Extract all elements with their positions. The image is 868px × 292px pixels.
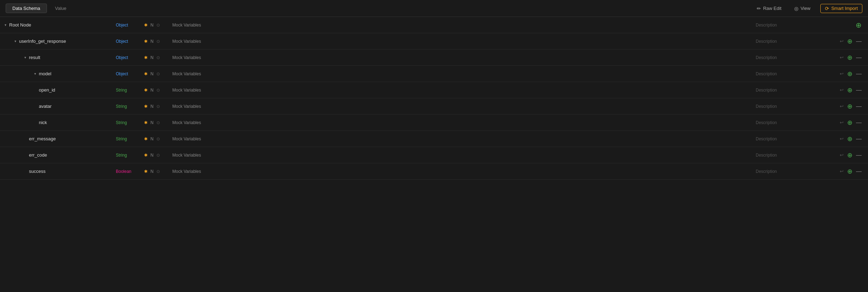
description-field[interactable]: Description xyxy=(756,136,833,141)
mock-variables[interactable]: Mock Variables xyxy=(172,88,756,93)
n-flag[interactable]: N xyxy=(150,104,154,109)
top-bar: Data Schema Value ✏ Raw Edit ◎ View ⟳ Sm… xyxy=(0,0,868,17)
tab-value[interactable]: Value xyxy=(48,4,73,13)
remove-icon[interactable]: — xyxy=(856,119,862,126)
root-add-icon[interactable]: ⊕ xyxy=(856,21,862,29)
field-type-col: String xyxy=(116,152,144,158)
gear-icon[interactable]: ⊙ xyxy=(156,71,160,76)
field-type[interactable]: String xyxy=(116,104,127,109)
add-icon[interactable]: ⊕ xyxy=(847,136,852,142)
field-type[interactable]: Object xyxy=(116,71,128,76)
chevron-down-icon[interactable]: ▾ xyxy=(32,72,37,76)
smart-import-button[interactable]: ⟳ Smart Import xyxy=(820,4,862,13)
description-field[interactable]: Description xyxy=(756,169,833,174)
mock-variables[interactable]: Mock Variables xyxy=(172,169,756,174)
required-flag[interactable]: ✱ xyxy=(144,169,148,174)
remove-icon[interactable]: — xyxy=(856,87,862,93)
description-field[interactable]: Description xyxy=(756,153,833,158)
reset-icon[interactable]: ↩ xyxy=(840,55,844,60)
remove-icon[interactable]: — xyxy=(856,136,862,142)
description-field[interactable]: Description xyxy=(756,71,833,76)
required-flag[interactable]: ✱ xyxy=(144,153,148,158)
n-flag[interactable]: N xyxy=(150,136,154,141)
field-name-col: avatar xyxy=(3,104,116,109)
field-type[interactable]: String xyxy=(116,120,127,125)
required-flag[interactable]: ✱ xyxy=(144,55,148,60)
chevron-down-icon[interactable]: ▾ xyxy=(3,23,8,27)
description-field[interactable]: Description xyxy=(756,55,833,60)
field-type[interactable]: Object xyxy=(116,39,128,44)
reset-icon[interactable]: ↩ xyxy=(840,169,844,174)
add-icon[interactable]: ⊕ xyxy=(847,38,852,45)
gear-icon[interactable]: ⊙ xyxy=(156,169,160,174)
n-flag[interactable]: N xyxy=(150,120,154,125)
add-icon[interactable]: ⊕ xyxy=(847,119,852,126)
raw-edit-button[interactable]: ✏ Raw Edit xyxy=(754,4,784,13)
reset-icon[interactable]: ↩ xyxy=(840,153,844,157)
add-icon[interactable]: ⊕ xyxy=(847,168,852,175)
n-flag[interactable]: N xyxy=(150,153,154,158)
remove-icon[interactable]: — xyxy=(856,71,862,77)
remove-icon[interactable]: — xyxy=(856,38,862,45)
field-type[interactable]: Object xyxy=(116,55,128,60)
reset-icon[interactable]: ↩ xyxy=(840,104,844,109)
required-flag[interactable]: ✱ xyxy=(144,39,148,44)
gear-icon[interactable]: ⊙ xyxy=(156,104,160,109)
gear-icon[interactable]: ⊙ xyxy=(156,136,160,141)
field-type[interactable]: String xyxy=(116,136,127,141)
field-type[interactable]: Object xyxy=(116,23,128,28)
reset-icon[interactable]: ↩ xyxy=(840,39,844,43)
mock-variables[interactable]: Mock Variables xyxy=(172,23,756,28)
description-field[interactable]: Description xyxy=(756,88,833,93)
required-flag[interactable]: ✱ xyxy=(144,104,148,109)
reset-icon[interactable]: ↩ xyxy=(840,136,844,141)
required-flag[interactable]: ✱ xyxy=(144,23,148,28)
description-field[interactable]: Description xyxy=(756,120,833,125)
gear-icon[interactable]: ⊙ xyxy=(156,39,160,44)
mock-variables[interactable]: Mock Variables xyxy=(172,153,756,158)
field-type[interactable]: Boolean xyxy=(116,169,131,174)
mock-variables[interactable]: Mock Variables xyxy=(172,55,756,60)
field-type[interactable]: String xyxy=(116,88,127,93)
add-icon[interactable]: ⊕ xyxy=(847,71,852,77)
mock-variables[interactable]: Mock Variables xyxy=(172,104,756,109)
remove-icon[interactable]: — xyxy=(856,152,862,158)
gear-icon[interactable]: ⊙ xyxy=(156,23,160,28)
required-flag[interactable]: ✱ xyxy=(144,136,148,141)
description-field[interactable]: Description xyxy=(756,39,833,44)
reset-icon[interactable]: ↩ xyxy=(840,120,844,125)
n-flag[interactable]: N xyxy=(150,39,154,44)
description-field[interactable]: Description xyxy=(756,23,833,28)
field-type[interactable]: String xyxy=(116,153,127,158)
view-button[interactable]: ◎ View xyxy=(791,4,813,13)
description-field[interactable]: Description xyxy=(756,104,833,109)
required-flag[interactable]: ✱ xyxy=(144,71,148,76)
chevron-down-icon[interactable]: ▾ xyxy=(23,56,28,59)
n-flag[interactable]: N xyxy=(150,169,154,174)
tab-data-schema[interactable]: Data Schema xyxy=(6,4,47,13)
gear-icon[interactable]: ⊙ xyxy=(156,120,160,125)
mock-variables[interactable]: Mock Variables xyxy=(172,71,756,76)
remove-icon[interactable]: — xyxy=(856,54,862,61)
mock-variables[interactable]: Mock Variables xyxy=(172,39,756,44)
chevron-down-icon[interactable]: ▾ xyxy=(13,39,18,43)
gear-icon[interactable]: ⊙ xyxy=(156,55,160,60)
gear-icon[interactable]: ⊙ xyxy=(156,88,160,93)
reset-icon[interactable]: ↩ xyxy=(840,88,844,92)
n-flag[interactable]: N xyxy=(150,23,154,28)
mock-variables[interactable]: Mock Variables xyxy=(172,120,756,125)
add-icon[interactable]: ⊕ xyxy=(847,87,852,93)
remove-icon[interactable]: — xyxy=(856,168,862,175)
required-flag[interactable]: ✱ xyxy=(144,120,148,125)
required-flag[interactable]: ✱ xyxy=(144,88,148,93)
add-icon[interactable]: ⊕ xyxy=(847,152,852,158)
n-flag[interactable]: N xyxy=(150,55,154,60)
remove-icon[interactable]: — xyxy=(856,103,862,110)
add-icon[interactable]: ⊕ xyxy=(847,103,852,110)
reset-icon[interactable]: ↩ xyxy=(840,71,844,76)
add-icon[interactable]: ⊕ xyxy=(847,54,852,61)
gear-icon[interactable]: ⊙ xyxy=(156,153,160,158)
n-flag[interactable]: N xyxy=(150,71,154,76)
mock-variables[interactable]: Mock Variables xyxy=(172,136,756,141)
n-flag[interactable]: N xyxy=(150,88,154,93)
